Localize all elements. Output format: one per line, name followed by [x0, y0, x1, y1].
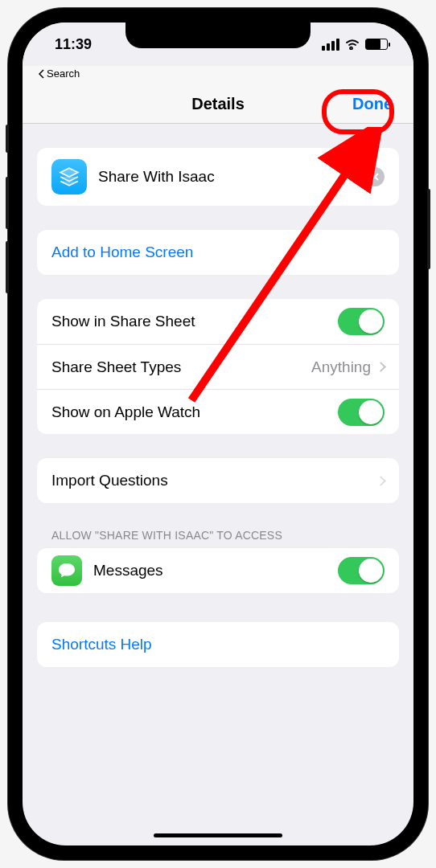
shortcuts-help-label: Shortcuts Help: [51, 636, 152, 653]
home-screen-card: Add to Home Screen: [37, 230, 399, 275]
volume-up-button: [6, 177, 9, 229]
close-icon: [371, 173, 379, 181]
status-indicators: [322, 39, 388, 51]
shortcut-app-icon: [51, 159, 87, 194]
add-to-home-screen-button[interactable]: Add to Home Screen: [37, 230, 399, 275]
import-card: Import Questions: [37, 458, 399, 503]
chevron-right-icon: [376, 362, 386, 372]
content-area: Share With Isaac Add to Home Screen Show…: [23, 124, 413, 667]
show-in-share-sheet-row: Show in Share Sheet: [37, 299, 399, 344]
show-on-apple-watch-toggle[interactable]: [338, 399, 385, 426]
battery-icon: [365, 39, 388, 50]
messages-access-toggle[interactable]: [338, 557, 385, 584]
phone-frame: 11:39 Search Details Done: [8, 8, 428, 860]
shortcut-name-label: Share With Isaac: [98, 168, 215, 186]
volume-down-button: [6, 241, 9, 293]
messages-app-icon: [51, 555, 82, 586]
notch: [125, 23, 311, 48]
show-on-apple-watch-label: Show on Apple Watch: [51, 403, 200, 421]
wifi-icon: [344, 39, 360, 50]
clear-name-button[interactable]: [365, 167, 385, 186]
shortcut-name-row[interactable]: Share With Isaac: [37, 148, 399, 206]
help-card: Shortcuts Help: [37, 622, 399, 667]
screen: 11:39 Search Details Done: [23, 23, 413, 845]
show-in-share-sheet-toggle[interactable]: [338, 308, 385, 335]
chevron-right-icon: [376, 476, 386, 486]
share-sheet-types-value: Anything: [311, 358, 371, 376]
mute-switch: [6, 125, 9, 153]
add-to-home-screen-label: Add to Home Screen: [51, 244, 193, 261]
navigation-bar: Details Done: [23, 66, 413, 124]
access-card: Messages: [37, 548, 399, 593]
done-button[interactable]: Done: [352, 95, 393, 113]
shortcut-name-card: Share With Isaac: [37, 148, 399, 206]
show-on-apple-watch-row: Show on Apple Watch: [37, 389, 399, 434]
cellular-signal-icon: [322, 39, 339, 51]
back-label: Search: [47, 68, 80, 80]
power-button: [427, 189, 430, 269]
share-options-card: Show in Share Sheet Share Sheet Types An…: [37, 299, 399, 434]
messages-access-row: Messages: [37, 548, 399, 593]
back-chevron-icon: [39, 69, 45, 79]
access-section-header: ALLOW "SHARE WITH ISAAC" TO ACCESS: [37, 529, 399, 548]
share-sheet-types-row[interactable]: Share Sheet Types Anything: [37, 344, 399, 389]
status-time: 11:39: [55, 36, 92, 53]
show-in-share-sheet-label: Show in Share Sheet: [51, 313, 195, 330]
page-title: Details: [191, 95, 245, 113]
shortcuts-help-button[interactable]: Shortcuts Help: [37, 622, 399, 667]
messages-access-label: Messages: [93, 562, 163, 579]
home-indicator[interactable]: [154, 833, 282, 837]
share-sheet-types-label: Share Sheet Types: [51, 358, 181, 376]
import-questions-label: Import Questions: [51, 472, 168, 489]
back-to-search-link[interactable]: Search: [39, 68, 80, 80]
import-questions-row[interactable]: Import Questions: [37, 458, 399, 503]
